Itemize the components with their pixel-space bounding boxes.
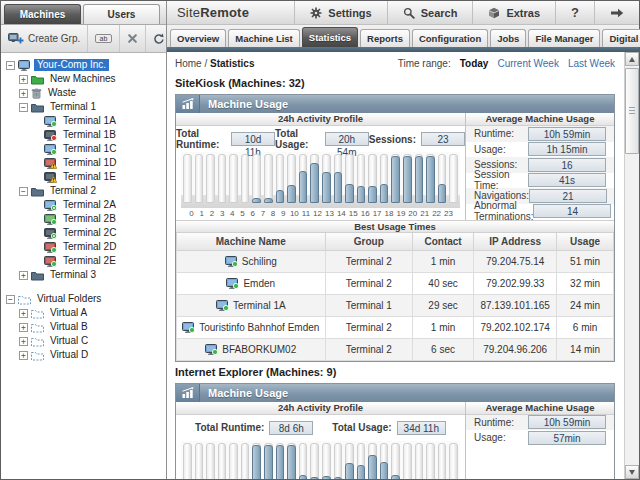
time-range-current-week[interactable]: Current Week [497,58,559,69]
sidebar-tab-bar: MachinesUsers [1,1,166,25]
activity-bar [368,154,377,203]
tree-item-terminal-1[interactable]: −Terminal 1 [3,100,166,114]
activity-bar [206,154,215,203]
tree-item-virtual-d[interactable]: +Virtual D [3,348,166,362]
tree-item-terminal-1d[interactable]: Terminal 1D [3,156,166,170]
header-button-[interactable]: ? [555,1,594,24]
axis-label: 6 [249,209,256,218]
tree-item-terminal-2c[interactable]: Terminal 2C [3,226,166,240]
machine-link[interactable]: Touristinfo Bahnhof Emden [177,322,325,333]
tree-item-virtual-b[interactable]: +Virtual B [3,320,166,334]
scroll-up-button[interactable] [625,52,639,66]
header-button-search[interactable]: Search [387,1,473,24]
activity-bar-fill [357,465,366,479]
refresh-icon [153,33,165,45]
create-group-button[interactable]: Create Grp. [1,25,88,52]
sidebar-toolbar: Create Grp. ab [1,25,166,53]
expand-plus-icon[interactable]: + [19,337,28,346]
tree-item-terminal-3[interactable]: +Terminal 3 [3,268,166,282]
sidebar-tab-machines[interactable]: Machines [4,4,81,24]
tab-file-manager[interactable]: File Manager [528,29,600,47]
tab-reports[interactable]: Reports [360,29,410,47]
ip-cell: 79.202.99.33 [474,272,557,294]
machine-name-cell: Schiling [177,250,326,272]
collapse-minus-icon[interactable]: − [6,295,15,304]
activity-bar [391,154,400,203]
tree-item-terminal-1a[interactable]: Terminal 1A [3,114,166,128]
machine-link[interactable]: Schiling [177,256,325,267]
expand-plus-icon[interactable]: + [19,351,28,360]
axis-label: 9 [280,209,287,218]
average-label: Abnormal Terminations: [474,200,533,222]
tab-jobs[interactable]: Jobs [490,29,526,47]
activity-bar-fill [426,156,435,203]
tab-digital-signage-sitecaster[interactable]: Digital Signage - SiteCaster [602,29,640,47]
tree-item-your-comp-inc[interactable]: −Your-Comp Inc. [3,58,166,72]
header-button-settings[interactable]: Settings [294,1,386,24]
tree-item-terminal-1c[interactable]: Terminal 1C [3,142,166,156]
column-header-group[interactable]: Group [325,233,412,250]
machine-link[interactable]: BFABORKUM02 [177,344,325,355]
average-row-usage: Usage:1h 15min [466,142,614,158]
rename-button[interactable]: ab [88,25,120,52]
section-title: SiteKiosk (Machines: 32) [175,73,615,94]
expand-plus-icon[interactable]: + [19,271,28,280]
collapse-minus-icon[interactable]: − [19,103,28,112]
vertical-scrollbar[interactable] [624,52,639,479]
column-header-contact[interactable]: Contact [412,233,473,250]
tree-item-label: Terminal 1E [60,171,119,183]
table-row: Terminal 1ATerminal 129 sec87.139.101.16… [177,294,614,316]
machine-usage-panel: Machine Usage 24h Activity Profile Total… [175,94,615,362]
tree-item-terminal-2e[interactable]: Terminal 2E [3,254,166,268]
expand-plus-icon[interactable]: + [19,309,28,318]
column-header-machine-name[interactable]: Machine Name [177,233,326,250]
breadcrumb-home-link[interactable]: Home [175,58,202,69]
scrollbar-thumb[interactable] [625,68,639,154]
header-button-extras[interactable]: Extras [472,1,555,24]
tree-item-label: Terminal 1B [60,129,119,141]
machine-link[interactable]: Emden [177,278,325,289]
expand-plus-icon[interactable]: + [19,89,28,98]
delete-button[interactable] [120,25,146,52]
header-button-bar: SettingsSearchExtras? [294,1,639,24]
activity-bar [183,154,192,203]
monitor-icon [44,158,57,169]
tree-item-terminal-1e[interactable]: Terminal 1E [3,170,166,184]
average-label: Runtime: [474,128,514,139]
time-range-last-week[interactable]: Last Week [568,58,615,69]
tab-configuration[interactable]: Configuration [412,29,488,47]
tab-overview[interactable]: Overview [170,29,226,47]
expand-plus-icon[interactable]: + [19,75,28,84]
tree-item-waste[interactable]: +Waste [3,86,166,100]
activity-bar [322,154,331,203]
monitor-icon [44,200,57,211]
column-header-ip-address[interactable]: IP Address [474,233,557,250]
tree-item-terminal-1b[interactable]: Terminal 1B [3,128,166,142]
scroll-down-button[interactable] [625,465,639,479]
expand-plus-icon[interactable]: + [19,323,28,332]
column-header-usage[interactable]: Usage [557,233,614,250]
tree-item-virtual-a[interactable]: +Virtual A [3,306,166,320]
tree-item-terminal-2a[interactable]: Terminal 2A [3,198,166,212]
total-sessions: Sessions:23 [369,132,465,146]
table-row: BFABORKUM02Terminal 26 sec79.204.96.2061… [177,338,614,360]
activity-bar [218,154,227,203]
sidebar-tab-users[interactable]: Users [83,4,160,24]
average-usage-header: Average Machine Usage [466,113,614,126]
tree-item-terminal-2[interactable]: −Terminal 2 [3,184,166,198]
header-button-forward[interactable] [594,1,639,24]
tree-item-virtual-folders[interactable]: −Virtual Folders [3,292,166,306]
axis-label: 17 [373,209,382,218]
tab-machine-list[interactable]: Machine List [228,29,300,47]
tree-item-label: Terminal 2B [60,213,119,225]
tree-item-terminal-2d[interactable]: Terminal 2D [3,240,166,254]
tree-item-virtual-c[interactable]: +Virtual C [3,334,166,348]
time-range-today[interactable]: Today [460,58,489,69]
tab-statistics[interactable]: Statistics [302,27,358,47]
tree-item-terminal-2b[interactable]: Terminal 2B [3,212,166,226]
tree-item-new-machines[interactable]: +New Machines [3,72,166,86]
machine-link[interactable]: Terminal 1A [177,300,325,311]
axis-label: 16 [361,209,370,218]
collapse-minus-icon[interactable]: − [19,187,28,196]
collapse-minus-icon[interactable]: − [6,61,15,70]
